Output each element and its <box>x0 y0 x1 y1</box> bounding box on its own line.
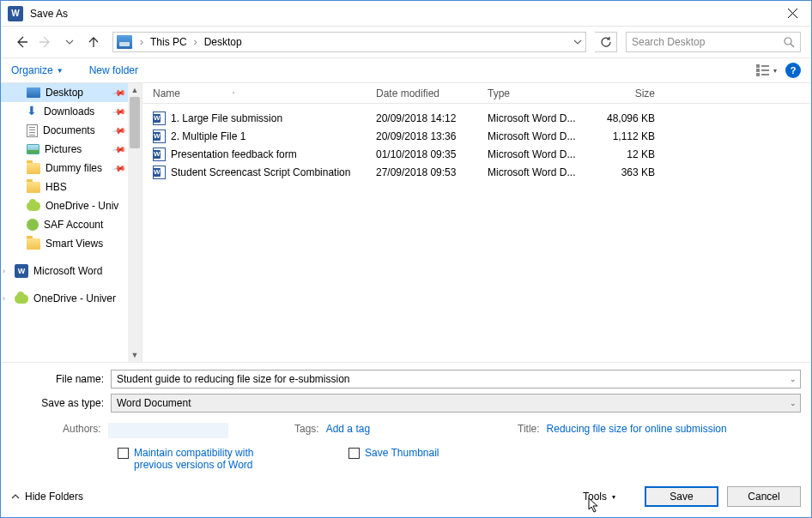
chevron-down-icon[interactable]: ⌄ <box>790 399 797 407</box>
nav-recent-button[interactable] <box>59 32 80 52</box>
tags-label: Tags: <box>294 423 319 435</box>
sidebar-item-hbs[interactable]: HBS <box>1 178 142 196</box>
pin-icon: 📌 <box>112 86 126 99</box>
column-date[interactable]: Date modified <box>376 87 488 99</box>
organize-button[interactable]: Organize ▼ <box>11 64 64 76</box>
column-headers[interactable]: Name˄ Date modified Type Size <box>142 83 811 104</box>
search-input[interactable]: Search Desktop <box>626 32 801 52</box>
chevron-down-icon[interactable]: ⌄ <box>790 375 797 383</box>
file-row[interactable]: 2. Multiple File 120/09/2018 13:36Micros… <box>142 127 811 145</box>
tags-input[interactable]: Add a tag <box>326 423 370 435</box>
file-type: Microsoft Word D... <box>488 166 586 178</box>
thumbnail-label[interactable]: Save Thumbnail <box>365 447 439 459</box>
file-row[interactable]: 1. Large File submission20/09/2018 14:12… <box>142 109 811 127</box>
triangle-down-icon: ▼ <box>57 67 64 75</box>
compat-label[interactable]: Maintain compatibility with previous ver… <box>134 447 263 471</box>
breadcrumb-this-pc[interactable]: This PC <box>148 36 190 48</box>
sidebar-item-documents[interactable]: Documents📌 <box>1 121 142 140</box>
thumbnail-checkbox[interactable] <box>348 448 360 459</box>
hide-folders-label: Hide Folders <box>25 491 83 503</box>
save-type-value: Word Document <box>117 397 191 409</box>
authors-input[interactable] <box>108 423 228 438</box>
pin-icon: 📌 <box>112 123 126 137</box>
file-row[interactable]: Student Screencast Script Combination27/… <box>142 163 811 181</box>
file-type: Microsoft Word D... <box>488 130 586 142</box>
sidebar-item-label: OneDrive - Univer <box>33 292 116 304</box>
svg-rect-4 <box>761 65 769 67</box>
word-doc-icon <box>153 166 166 179</box>
sidebar-item-label: OneDrive - Univ <box>45 200 118 212</box>
breadcrumb-desktop[interactable]: Desktop <box>202 36 245 48</box>
column-type[interactable]: Type <box>488 87 586 99</box>
chevron-down-icon[interactable] <box>573 38 582 46</box>
arrow-left-icon <box>15 35 28 49</box>
save-button[interactable]: Save <box>645 486 718 507</box>
refresh-icon <box>600 36 612 48</box>
sidebar-root-microsoft-word[interactable]: ›WMicrosoft Word <box>1 262 142 280</box>
file-date: 20/09/2018 13:36 <box>376 130 488 142</box>
sidebar-item-smart-views[interactable]: Smart Views <box>1 234 142 253</box>
sidebar-item-downloads[interactable]: Downloads📌 <box>1 102 142 121</box>
triangle-down-icon: ▾ <box>612 493 615 501</box>
triangle-down-icon: ▾ <box>773 67 777 75</box>
nav-bar: › This PC › Desktop Search Desktop <box>1 27 811 57</box>
new-folder-button[interactable]: New folder <box>89 64 138 76</box>
help-button[interactable]: ? <box>785 63 801 78</box>
scroll-thumb[interactable] <box>130 97 140 148</box>
file-name: 1. Large File submission <box>171 112 282 124</box>
close-button[interactable] <box>773 1 811 27</box>
svg-rect-5 <box>761 69 769 71</box>
monitor-icon <box>117 35 132 49</box>
sidebar-item-saf-account[interactable]: SAF Account <box>1 215 142 234</box>
chevron-right-icon: › <box>190 36 202 48</box>
file-name-input[interactable]: Student guide to reducing file size for … <box>111 370 801 388</box>
svg-point-0 <box>785 38 791 45</box>
column-size[interactable]: Size <box>586 87 655 99</box>
sidebar-root-onedrive-univer[interactable]: ›OneDrive - Univer <box>1 289 142 308</box>
arrow-right-icon <box>39 35 52 49</box>
sidebar-item-onedrive---univ[interactable]: OneDrive - Univ <box>1 196 142 215</box>
scrollbar[interactable]: ▲ ▼ <box>128 83 142 362</box>
sidebar-item-label: Downloads <box>44 105 94 117</box>
sidebar-item-label: SAF Account <box>44 219 103 231</box>
sidebar-item-label: Pictures <box>45 143 82 155</box>
file-row[interactable]: Presentation feedback form01/10/2018 09:… <box>142 145 811 163</box>
chevron-down-icon <box>65 38 74 46</box>
file-type: Microsoft Word D... <box>488 112 586 124</box>
title-meta-input[interactable]: Reducing file size for online submission <box>547 423 727 435</box>
file-size: 1,112 KB <box>586 130 655 142</box>
breadcrumb[interactable]: › This PC › Desktop <box>112 32 586 52</box>
tools-button[interactable]: Tools ▾ <box>562 487 636 506</box>
save-type-label: Save as type: <box>11 397 111 409</box>
file-date: 20/09/2018 14:12 <box>376 112 488 124</box>
hide-folders-button[interactable]: Hide Folders <box>11 491 83 503</box>
scroll-up-icon[interactable]: ▲ <box>128 83 142 97</box>
file-date: 01/10/2018 09:35 <box>376 148 488 160</box>
nav-up-button[interactable] <box>83 32 104 52</box>
sidebar-item-label: Microsoft Word <box>33 265 102 277</box>
view-options-button[interactable]: ▾ <box>756 64 777 76</box>
file-type: Microsoft Word D... <box>488 148 586 160</box>
sidebar-item-label: Smart Views <box>45 238 103 250</box>
sidebar-item-dummy-files[interactable]: Dummy files📌 <box>1 159 142 178</box>
sidebar-item-desktop[interactable]: Desktop📌 <box>1 83 142 102</box>
organize-label: Organize <box>11 64 53 76</box>
column-name[interactable]: Name˄ <box>153 87 376 99</box>
file-name: Presentation feedback form <box>171 148 297 160</box>
title-meta-label: Title: <box>518 423 540 435</box>
nav-back-button[interactable] <box>11 32 32 52</box>
scroll-down-icon[interactable]: ▼ <box>128 348 142 362</box>
refresh-button[interactable] <box>595 32 617 52</box>
sidebar-item-pictures[interactable]: Pictures📌 <box>1 140 142 159</box>
save-type-select[interactable]: Word Document ⌄ <box>111 394 801 413</box>
expand-icon[interactable]: › <box>3 267 5 275</box>
authors-label: Authors: <box>63 423 101 435</box>
compat-checkbox[interactable] <box>118 448 129 459</box>
file-size: 12 KB <box>586 148 655 160</box>
sidebar-item-label: HBS <box>45 181 67 193</box>
sidebar-item-label: Dummy files <box>45 162 102 174</box>
arrow-up-icon <box>87 35 100 49</box>
expand-icon[interactable]: › <box>3 294 5 303</box>
folder-tree[interactable]: Desktop📌Downloads📌Documents📌Pictures📌Dum… <box>1 83 142 362</box>
cancel-button[interactable]: Cancel <box>727 486 801 507</box>
